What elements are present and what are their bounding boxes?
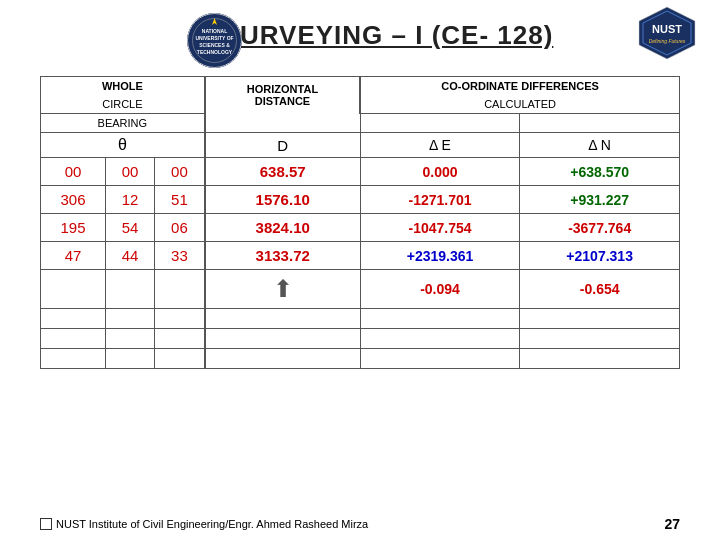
col-w3: 06 — [155, 214, 205, 242]
delta-e-header: Δ E — [360, 133, 520, 158]
svg-text:TECHNOLOGY: TECHNOLOGY — [196, 49, 232, 55]
svg-text:UNIVERSITY OF: UNIVERSITY OF — [195, 35, 233, 41]
whole-header: WHOLE — [41, 77, 205, 96]
svg-text:NATIONAL: NATIONAL — [201, 28, 226, 34]
col-w2: 12 — [106, 186, 155, 214]
empty-w3 — [155, 329, 205, 349]
col-de: +2319.361 — [360, 242, 520, 270]
empty-w2 — [106, 349, 155, 369]
col-dist: 1576.10 — [205, 186, 360, 214]
svg-text:NUST: NUST — [652, 23, 682, 35]
col-w2: 00 — [106, 158, 155, 186]
delta-n-header: Δ N — [520, 133, 680, 158]
col-dn: +2107.313 — [520, 242, 680, 270]
footer-label: NUST Institute of Civil Engineering/Engr… — [56, 518, 368, 530]
empty-row — [41, 329, 680, 349]
table-row: 00 00 00 638.57 0.000 +638.570 — [41, 158, 680, 186]
col-dist: 3133.72 — [205, 242, 360, 270]
nust-left-logo: NATIONAL UNIVERSITY OF SCIENCES & TECHNO… — [187, 13, 242, 68]
checkbox-icon — [40, 518, 52, 530]
nust-right-logo: NUST Defining Futures — [635, 5, 700, 60]
page-title: SURVEYING – I (CE- 128) — [222, 20, 554, 51]
empty-dist — [205, 309, 360, 329]
page-header: NATIONAL UNIVERSITY OF SCIENCES & TECHNO… — [0, 0, 720, 71]
table-row: 47 44 33 3133.72 +2319.361 +2107.313 — [41, 242, 680, 270]
col-dn: -3677.764 — [520, 214, 680, 242]
calculated-header: CALCULATED — [360, 95, 679, 114]
col-de2: -0.094 — [360, 270, 520, 309]
col-dist: 638.57 — [205, 158, 360, 186]
empty-w2 — [106, 309, 155, 329]
col-w1: 306 — [41, 186, 106, 214]
col-arrow: ⬆ — [205, 270, 360, 309]
coorddiff-header: CO-ORDINATE DIFFERENCES — [360, 77, 679, 96]
empty-de — [360, 329, 520, 349]
footer: NUST Institute of Civil Engineering/Engr… — [40, 516, 680, 532]
bearing-header: BEARING — [41, 114, 205, 133]
col-de: -1271.701 — [360, 186, 520, 214]
col-dn: +931.227 — [520, 186, 680, 214]
empty-w2 — [106, 329, 155, 349]
col-w3: 51 — [155, 186, 205, 214]
footer-checkbox: NUST Institute of Civil Engineering/Engr… — [40, 518, 368, 530]
table-row-secondary: ⬆ -0.094 -0.654 — [41, 270, 680, 309]
empty-dn — [520, 309, 680, 329]
horizontal-header: HORIZONTAL DISTANCE — [205, 77, 360, 114]
col-w1: 47 — [41, 242, 106, 270]
empty-w1 — [41, 309, 106, 329]
theta-header: θ — [41, 133, 205, 158]
col-w1: 00 — [41, 158, 106, 186]
col-dn2: -0.654 — [520, 270, 680, 309]
col-w2-empty — [106, 270, 155, 309]
empty-dn — [520, 329, 680, 349]
col-w3-empty — [155, 270, 205, 309]
svg-text:SCIENCES &: SCIENCES & — [199, 42, 230, 48]
empty-de — [360, 309, 520, 329]
col-de: -1047.754 — [360, 214, 520, 242]
survey-data-table: WHOLE HORIZONTAL DISTANCE CO-ORDINATE DI… — [40, 76, 680, 369]
col-w2: 54 — [106, 214, 155, 242]
empty-w1 — [41, 349, 106, 369]
empty-w3 — [155, 309, 205, 329]
empty-dist — [205, 329, 360, 349]
col-w2: 44 — [106, 242, 155, 270]
col-w1-empty — [41, 270, 106, 309]
dist-subheader — [205, 114, 360, 133]
col-de: 0.000 — [360, 158, 520, 186]
svg-text:Defining Futures: Defining Futures — [649, 38, 686, 44]
de-subheader — [360, 114, 520, 133]
circle-header: CIRCLE — [41, 95, 205, 114]
empty-w1 — [41, 329, 106, 349]
empty-row — [41, 349, 680, 369]
empty-w3 — [155, 349, 205, 369]
col-w3: 00 — [155, 158, 205, 186]
empty-row — [41, 309, 680, 329]
col-w3: 33 — [155, 242, 205, 270]
dn-subheader — [520, 114, 680, 133]
col-dn: +638.570 — [520, 158, 680, 186]
table-row: 195 54 06 3824.10 -1047.754 -3677.764 — [41, 214, 680, 242]
table-row: 306 12 51 1576.10 -1271.701 +931.227 — [41, 186, 680, 214]
empty-dn — [520, 349, 680, 369]
main-content: WHOLE HORIZONTAL DISTANCE CO-ORDINATE DI… — [0, 71, 720, 369]
empty-dist — [205, 349, 360, 369]
empty-de — [360, 349, 520, 369]
page-number: 27 — [664, 516, 680, 532]
col-dist: 3824.10 — [205, 214, 360, 242]
col-w1: 195 — [41, 214, 106, 242]
D-header: D — [205, 133, 360, 158]
